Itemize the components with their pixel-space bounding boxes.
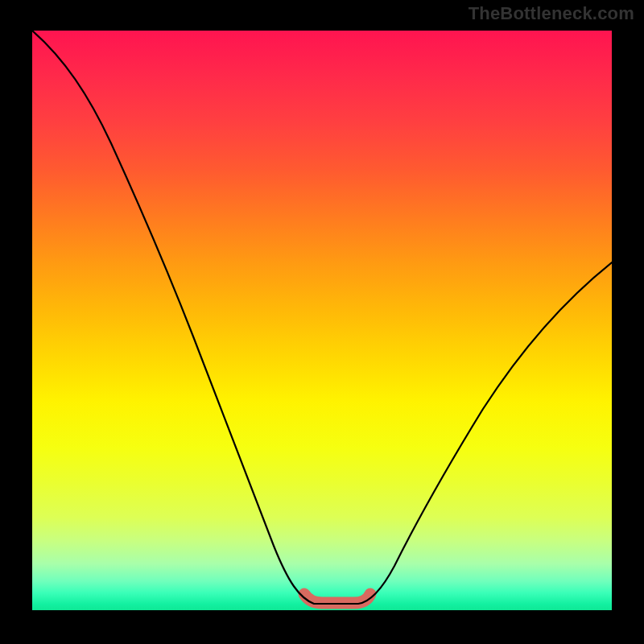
bottleneck-curve-svg [32, 31, 612, 610]
watermark-text: TheBottleneck.com [469, 3, 634, 24]
chart-container: TheBottleneck.com [0, 0, 644, 644]
plot-area [32, 31, 612, 610]
trough-highlight [304, 594, 370, 603]
bottleneck-curve [32, 31, 612, 604]
